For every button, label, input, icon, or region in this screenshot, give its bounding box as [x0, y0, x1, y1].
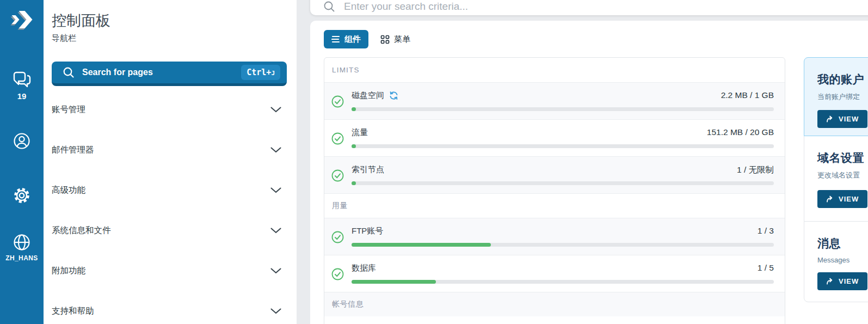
card-title: 域名设置: [817, 150, 868, 166]
card-messages[interactable]: 消息 Messages VIEW: [804, 221, 868, 302]
view-button[interactable]: VIEW: [817, 110, 867, 128]
check-circle-icon: [331, 132, 344, 145]
tab-components[interactable]: 组件: [324, 30, 368, 48]
chat-icon: [11, 71, 32, 88]
double-chevron-logo-icon: [8, 7, 35, 34]
chevron-down-icon: [270, 107, 281, 113]
progress-bar: [352, 181, 774, 185]
card-title: 消息: [817, 236, 868, 251]
navigation-panel: 控制面板 导航栏 Search for pages Ctrl+J 账号管理 邮件…: [44, 0, 297, 324]
card-title: 我的账户: [817, 72, 868, 87]
meter-value: 151.2 MB / 20 GB: [707, 127, 774, 137]
account-rail-button[interactable]: [0, 132, 44, 150]
meter-value: 1 / 无限制: [737, 164, 774, 176]
progress-fill: [352, 144, 356, 148]
progress-bar: [352, 243, 774, 247]
app-logo[interactable]: [0, 7, 44, 34]
search-pages-button[interactable]: Search for pages Ctrl+J: [52, 62, 287, 86]
main-area: 组件 菜单 LIMITS 磁盘空间: [297, 0, 868, 324]
limits-panel: LIMITS 磁盘空间 2.2 MB / 1 GB: [324, 57, 785, 324]
chevron-down-icon: [270, 187, 281, 193]
settings-rail-button[interactable]: [0, 186, 44, 205]
messages-rail-button[interactable]: [0, 71, 44, 88]
view-button[interactable]: VIEW: [817, 190, 867, 208]
card-subtitle: 更改域名设置: [817, 170, 868, 180]
meter-row-traffic: 流量 151.2 MB / 20 GB: [324, 119, 785, 156]
chevron-down-icon: [270, 268, 281, 274]
progress-fill: [352, 243, 491, 247]
messages-count-badge: 19: [0, 91, 44, 101]
view-button[interactable]: VIEW: [817, 272, 867, 290]
nav-item-account-management[interactable]: 账号管理: [52, 89, 287, 130]
nav-item-system-info-files[interactable]: 系统信息和文件: [52, 210, 287, 250]
progress-fill: [352, 280, 436, 284]
meter-row-disk-space: 磁盘空间 2.2 MB / 1 GB: [324, 82, 785, 119]
progress-fill: [352, 181, 356, 185]
check-circle-icon: [331, 95, 344, 108]
external-link-icon: [826, 115, 834, 123]
check-circle-icon: [331, 169, 344, 182]
view-tabs: 组件 菜单: [324, 30, 418, 48]
meter-label: 索引节点: [352, 164, 384, 175]
progress-bar: [352, 280, 774, 284]
meter-value: 1 / 5: [758, 263, 774, 273]
card-domain-settings[interactable]: 域名设置 更改域名设置 VIEW: [804, 136, 868, 222]
section-header-usage: 用量: [324, 193, 785, 218]
card-subtitle: Messages: [817, 256, 868, 264]
section-header-account-info: 帐号信息: [324, 292, 785, 316]
keyboard-shortcut-badge: Ctrl+J: [241, 65, 280, 80]
gear-icon: [13, 186, 31, 205]
external-link-icon: [826, 195, 834, 203]
globe-icon: [13, 233, 31, 252]
meter-label: 磁盘空间: [352, 90, 384, 101]
card-my-account[interactable]: 我的账户 当前账户绑定 VIEW: [804, 57, 868, 136]
recalculate-icon[interactable]: [389, 91, 398, 100]
meter-label: 流量: [352, 127, 368, 138]
progress-bar: [352, 107, 774, 111]
search-button-label: Search for pages: [82, 68, 153, 77]
global-search-bar[interactable]: [310, 0, 868, 15]
meter-row-ftp-accounts: FTP账号 1 / 3: [324, 218, 785, 255]
tab-menu[interactable]: 菜单: [373, 30, 418, 48]
nav-item-advanced-features[interactable]: 高级功能: [52, 170, 287, 210]
search-icon: [63, 66, 75, 78]
list-icon: [331, 35, 340, 43]
global-search-input[interactable]: [344, 1, 779, 14]
search-icon: [323, 1, 335, 13]
language-rail-button[interactable]: [0, 233, 44, 252]
icon-rail: 19 ZH_HANS: [0, 0, 44, 324]
chevron-down-icon: [270, 147, 281, 153]
check-circle-icon: [331, 268, 344, 280]
meter-row-databases: 数据库 1 / 5: [324, 255, 785, 292]
external-link-icon: [826, 278, 834, 285]
meter-value: 2.2 MB / 1 GB: [721, 90, 774, 100]
content-container: 组件 菜单 LIMITS 磁盘空间: [310, 21, 868, 324]
page-title: 控制面板: [52, 11, 110, 30]
card-subtitle: 当前账户绑定: [817, 92, 868, 102]
nav-item-mail-manager[interactable]: 邮件管理器: [52, 130, 287, 170]
progress-fill: [352, 107, 356, 111]
chevron-down-icon: [270, 228, 281, 234]
nav-item-support-help[interactable]: 支持和帮助: [52, 291, 287, 324]
grid-icon: [380, 35, 390, 44]
nav-item-additional-features[interactable]: 附加功能: [52, 250, 287, 291]
meter-value: 1 / 3: [758, 226, 774, 236]
section-header-limits: LIMITS: [324, 58, 785, 82]
progress-bar: [352, 144, 774, 148]
chevron-down-icon: [270, 308, 281, 314]
user-icon: [13, 132, 31, 150]
meter-label: 数据库: [352, 263, 376, 273]
shortcut-cards: 我的账户 当前账户绑定 VIEW 域名设置 更改域名设置 VIEW: [804, 57, 868, 302]
meter-row-inodes: 索引节点 1 / 无限制: [324, 156, 785, 193]
meter-label: FTP账号: [352, 226, 383, 236]
page-subtitle: 导航栏: [52, 33, 76, 44]
language-code-label: ZH_HANS: [0, 254, 44, 262]
check-circle-icon: [331, 231, 344, 243]
nav-menu: 账号管理 邮件管理器 高级功能 系统信息和文件 附加功能: [52, 89, 287, 324]
